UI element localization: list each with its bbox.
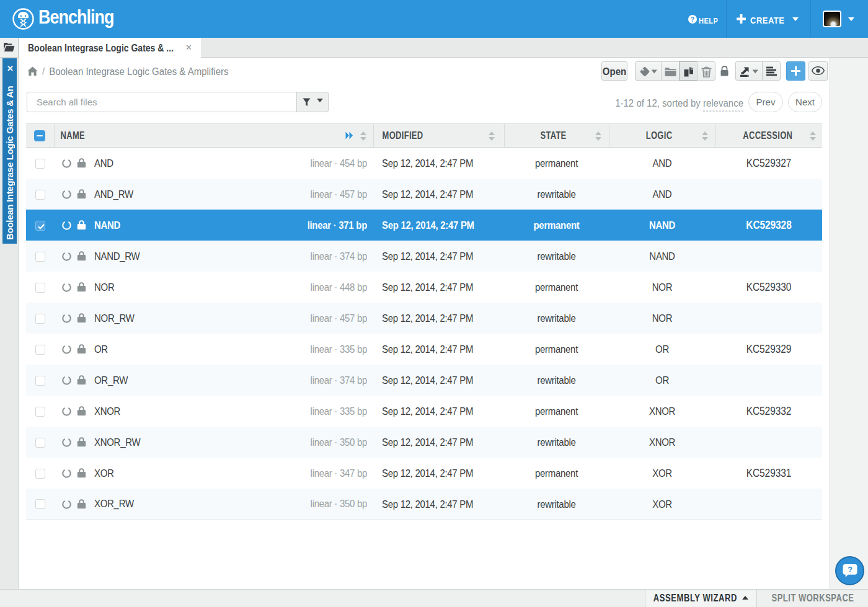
svg-text:?: ? bbox=[691, 16, 694, 23]
svg-text:?: ? bbox=[848, 565, 852, 574]
